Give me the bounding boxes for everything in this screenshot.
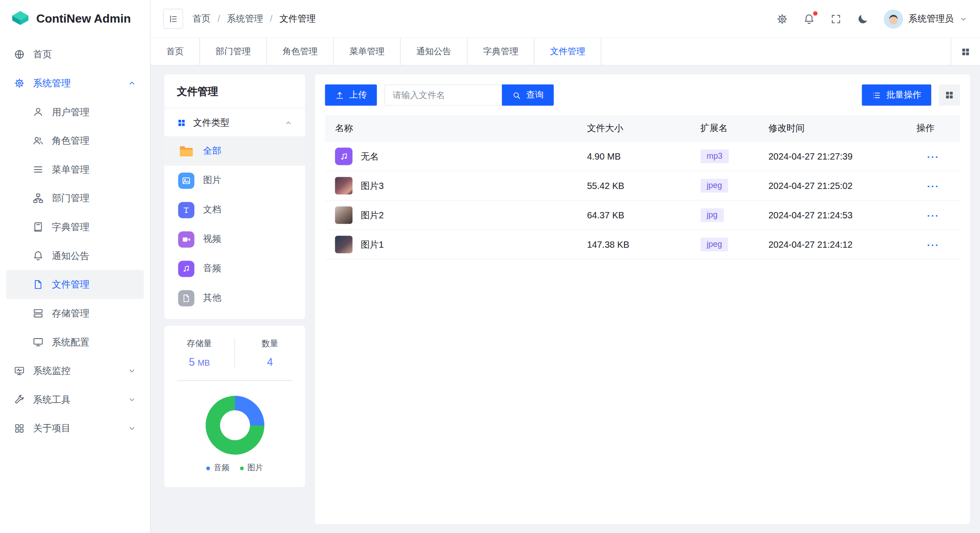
toolbar: 上传 查询	[325, 85, 960, 106]
text-icon	[178, 202, 194, 218]
app-root: ContiNew Admin 首页 系统管理	[0, 0, 980, 533]
sidebar-item-system-config[interactable]: 系统配置	[6, 328, 144, 357]
tab-notice[interactable]: 通知公告	[401, 38, 468, 65]
file-icon	[178, 290, 194, 306]
table-row[interactable]: 图片2 64.37 KB jpg 2024-04-27 21:24:53 ···	[325, 200, 960, 230]
file-name: 图片1	[361, 239, 384, 250]
chevron-down-icon	[127, 395, 136, 404]
legend-dot	[240, 466, 244, 470]
menu-fold-icon	[168, 14, 178, 24]
people-icon	[33, 135, 44, 146]
chevron-down-icon	[959, 15, 967, 23]
fullscreen-button[interactable]	[830, 13, 842, 25]
breadcrumb: 首页 / 系统管理 / 文件管理	[192, 13, 316, 24]
query-button[interactable]: 查询	[502, 85, 554, 106]
file-time-cell: 2024-04-27 21:24:53	[759, 200, 907, 230]
sidebar-item-label: 存储管理	[52, 307, 89, 319]
type-item-audio[interactable]: 音频	[164, 254, 305, 283]
legend-item-audio: 音频	[206, 463, 229, 474]
chevron-up-icon	[127, 79, 136, 87]
storage-icon	[33, 308, 44, 319]
col-time: 修改时间	[759, 115, 907, 142]
app-logo[interactable]: ContiNew Admin	[0, 0, 150, 38]
sidebar-item-label: 部门管理	[52, 192, 89, 204]
sidebar-item-notice[interactable]: 通知公告	[6, 241, 144, 270]
logo-icon	[11, 9, 30, 28]
grid-icon	[961, 47, 971, 57]
sidebar-item-home[interactable]: 首页	[6, 40, 144, 69]
file-type-group-header[interactable]: 文件类型	[164, 108, 305, 136]
sidebar-item-system-monitor[interactable]: 系统监控	[6, 356, 144, 385]
sidebar-item-label: 角色管理	[52, 135, 89, 146]
tab-dict-mgmt[interactable]: 字典管理	[468, 38, 535, 65]
notification-badge	[813, 11, 817, 16]
sidebar-item-user-mgmt[interactable]: 用户管理	[6, 98, 144, 127]
table-header-row: 名称 文件大小 扩展名 修改时间 操作	[325, 115, 960, 142]
row-actions-button[interactable]: ···	[927, 210, 939, 221]
dark-mode-button[interactable]	[857, 13, 869, 25]
breadcrumb-home[interactable]: 首页	[192, 13, 211, 24]
type-item-all[interactable]: 全部	[164, 137, 305, 166]
table-row[interactable]: 图片3 55.42 KB jpeg 2024-04-27 21:25:02 ··…	[325, 171, 960, 200]
file-name: 图片3	[361, 180, 384, 192]
tab-file-mgmt[interactable]: 文件管理	[535, 38, 601, 65]
type-item-video[interactable]: 视频	[164, 225, 305, 254]
sidebar-item-label: 系统工具	[33, 394, 70, 406]
row-actions-button[interactable]: ···	[927, 239, 939, 250]
sidebar-item-label: 系统监控	[33, 365, 70, 377]
storage-stats-panel: 存储量 5 MB 数量 4	[164, 326, 305, 487]
tabbar-spacer	[601, 38, 951, 65]
sidebar-item-role-mgmt[interactable]: 角色管理	[6, 126, 144, 155]
sidebar-item-dept-mgmt[interactable]: 部门管理	[6, 184, 144, 213]
storage-value: 5	[189, 356, 195, 368]
ext-tag: mp3	[700, 150, 729, 163]
sidebar-item-dict-mgmt[interactable]: 字典管理	[6, 212, 144, 241]
content: 文件管理 文件类型	[150, 66, 980, 533]
tab-dept-mgmt[interactable]: 部门管理	[200, 38, 267, 65]
ext-tag: jpeg	[700, 179, 728, 193]
file-list-panel: 上传 查询	[315, 75, 970, 524]
tab-home[interactable]: 首页	[150, 38, 200, 65]
search-input[interactable]	[384, 85, 502, 106]
file-name: 图片2	[361, 209, 384, 221]
video-icon	[178, 231, 194, 247]
breadcrumb-current: 文件管理	[279, 13, 315, 24]
type-item-document[interactable]: 文档	[164, 195, 305, 225]
user-menu[interactable]: 系统管理员	[883, 9, 967, 28]
sidebar-item-label: 字典管理	[52, 221, 89, 233]
book-icon	[33, 222, 44, 233]
row-actions-button[interactable]: ···	[927, 180, 939, 191]
main-area: 首页 / 系统管理 / 文件管理	[150, 0, 980, 533]
upload-icon	[335, 90, 344, 100]
table-row[interactable]: 无名 4.90 MB mp3 2024-04-27 21:27:39 ···	[325, 142, 960, 171]
sidebar-item-file-mgmt[interactable]: 文件管理	[6, 270, 144, 299]
file-type-list: 全部 图片	[164, 137, 305, 319]
sidebar-item-system-tools[interactable]: 系统工具	[6, 385, 144, 414]
file-thumbnail	[335, 206, 352, 224]
upload-button[interactable]: 上传	[325, 85, 377, 106]
tab-menu-mgmt[interactable]: 菜单管理	[334, 38, 401, 65]
sidebar-item-about[interactable]: 关于项目	[6, 414, 144, 443]
collapse-sidebar-button[interactable]	[163, 9, 183, 28]
sidebar-item-storage-mgmt[interactable]: 存储管理	[6, 299, 144, 328]
notifications-button[interactable]	[803, 13, 816, 25]
left-column: 文件管理 文件类型	[164, 75, 305, 524]
checklist-icon	[872, 90, 882, 100]
sidebar-item-menu-mgmt[interactable]: 菜单管理	[6, 155, 144, 184]
table-row[interactable]: 图片1 147.38 KB jpeg 2024-04-27 21:24:12 ·…	[325, 230, 960, 259]
settings-button[interactable]	[776, 13, 788, 25]
breadcrumb-system-mgmt[interactable]: 系统管理	[227, 13, 263, 24]
row-actions-button[interactable]: ···	[927, 151, 939, 162]
sidebar-item-system-mgmt[interactable]: 系统管理	[6, 69, 144, 98]
batch-operations-button[interactable]: 批量操作	[862, 85, 932, 106]
tab-actions-button[interactable]	[951, 38, 980, 65]
view-toggle-button[interactable]	[939, 85, 960, 106]
type-item-image[interactable]: 图片	[164, 166, 305, 195]
files-table: 名称 文件大小 扩展名 修改时间 操作	[325, 115, 960, 260]
type-item-other[interactable]: 其他	[164, 283, 305, 313]
file-size-cell: 64.37 KB	[577, 200, 690, 230]
bell-icon	[33, 250, 44, 261]
count-stat: 数量 4	[234, 338, 305, 369]
tab-role-mgmt[interactable]: 角色管理	[267, 38, 334, 65]
file-thumbnail	[335, 177, 352, 194]
